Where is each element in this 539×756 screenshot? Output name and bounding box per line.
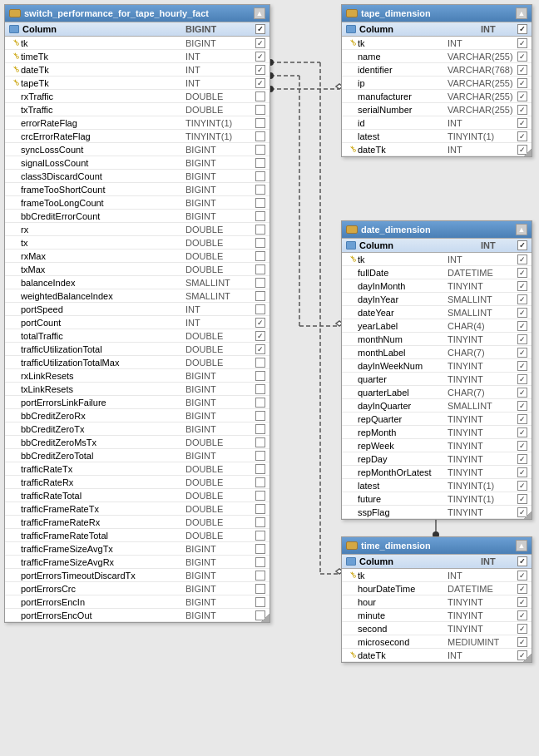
date-header-checkbox[interactable] [517, 240, 527, 250]
column-name: rxLinkResets [21, 371, 185, 381]
row-checkbox[interactable] [255, 171, 265, 181]
row-checkbox[interactable] [255, 304, 265, 314]
no-icon: ⚷ [9, 451, 21, 460]
row-checkbox[interactable] [517, 105, 527, 115]
row-checkbox[interactable] [255, 544, 265, 554]
row-checkbox[interactable] [517, 584, 527, 594]
row-checkbox[interactable] [255, 225, 265, 235]
row-checkbox[interactable] [255, 398, 265, 408]
resize-handle-4[interactable] [523, 511, 532, 519]
minimize-button[interactable]: ▲ [254, 7, 265, 19]
row-checkbox[interactable] [517, 294, 527, 304]
row-checkbox[interactable] [517, 388, 527, 398]
row-checkbox[interactable] [255, 118, 265, 128]
row-checkbox[interactable] [255, 491, 265, 501]
row-checkbox[interactable] [255, 78, 265, 88]
row-checkbox[interactable] [517, 254, 527, 264]
row-checkbox[interactable] [517, 624, 527, 634]
row-checkbox[interactable] [255, 238, 265, 248]
row-checkbox[interactable] [517, 597, 527, 607]
table-row: ⚷repMonthOrLatestTINYINT [342, 466, 532, 479]
row-checkbox[interactable] [255, 278, 265, 288]
row-checkbox[interactable] [255, 318, 265, 328]
row-checkbox[interactable] [517, 571, 527, 581]
row-checkbox[interactable] [255, 437, 265, 447]
row-checkbox[interactable] [255, 464, 265, 474]
resize-handle[interactable] [261, 614, 270, 622]
row-checkbox[interactable] [517, 441, 527, 451]
row-checkbox[interactable] [517, 401, 527, 411]
row-checkbox[interactable] [517, 334, 527, 344]
row-checkbox[interactable] [517, 348, 527, 358]
no-icon: ⚷ [9, 571, 21, 580]
minimize-button-4[interactable]: ▲ [516, 540, 527, 551]
row-checkbox[interactable] [517, 38, 527, 48]
row-checkbox[interactable] [517, 467, 527, 477]
table-row: ⚷syncLossCountBIGINT [5, 143, 270, 156]
row-checkbox[interactable] [255, 557, 265, 567]
row-checkbox[interactable] [255, 384, 265, 394]
row-checkbox[interactable] [255, 411, 265, 421]
column-name: hourDateTime [358, 584, 448, 594]
row-checkbox[interactable] [517, 321, 527, 331]
row-checkbox[interactable] [255, 517, 265, 527]
column-name: portErrorsEncIn [21, 597, 185, 607]
row-checkbox[interactable] [517, 494, 527, 504]
header-checkbox[interactable] [255, 24, 265, 34]
row-checkbox[interactable] [517, 281, 527, 291]
row-checkbox[interactable] [255, 477, 265, 487]
row-checkbox[interactable] [255, 371, 265, 381]
row-checkbox[interactable] [255, 65, 265, 75]
row-checkbox[interactable] [517, 637, 527, 647]
row-checkbox[interactable] [255, 185, 265, 195]
time-rows: ⚷tkINT⚷hourDateTimeDATETIME⚷hourTINYINT⚷… [342, 569, 532, 662]
row-checkbox[interactable] [255, 331, 265, 341]
row-checkbox[interactable] [255, 597, 265, 607]
row-checkbox[interactable] [517, 454, 527, 464]
row-checkbox[interactable] [255, 291, 265, 301]
row-checkbox[interactable] [517, 308, 527, 318]
row-checkbox[interactable] [517, 268, 527, 278]
tape-header-checkbox[interactable] [517, 24, 527, 34]
row-checkbox[interactable] [517, 481, 527, 491]
row-checkbox[interactable] [517, 118, 527, 128]
tape-type-label: INT [481, 24, 514, 34]
row-checkbox[interactable] [517, 414, 527, 424]
row-checkbox[interactable] [255, 358, 265, 368]
row-checkbox[interactable] [255, 571, 265, 581]
row-checkbox[interactable] [255, 52, 265, 62]
row-checkbox[interactable] [255, 211, 265, 221]
row-checkbox[interactable] [517, 361, 527, 371]
minimize-button-2[interactable]: ▲ [516, 7, 527, 19]
row-checkbox[interactable] [255, 38, 265, 48]
row-checkbox[interactable] [255, 504, 265, 514]
row-checkbox[interactable] [517, 52, 527, 62]
row-checkbox[interactable] [255, 531, 265, 541]
minimize-button-3[interactable]: ▲ [516, 224, 527, 235]
row-checkbox[interactable] [517, 65, 527, 75]
row-checkbox[interactable] [255, 91, 265, 101]
table-row: ⚷totalTrafficDOUBLE [5, 329, 270, 343]
primary-key-icon: ⚷ [9, 38, 21, 47]
row-checkbox[interactable] [255, 424, 265, 434]
row-checkbox[interactable] [517, 78, 527, 88]
row-checkbox[interactable] [255, 264, 265, 274]
row-checkbox[interactable] [517, 374, 527, 384]
row-checkbox[interactable] [255, 251, 265, 261]
row-checkbox[interactable] [517, 610, 527, 620]
row-checkbox[interactable] [255, 584, 265, 594]
column-type: TINYINT [448, 281, 514, 291]
row-checkbox[interactable] [255, 145, 265, 155]
row-checkbox[interactable] [517, 131, 527, 141]
row-checkbox[interactable] [255, 344, 265, 354]
resize-handle-3[interactable] [523, 148, 532, 156]
row-checkbox[interactable] [255, 198, 265, 208]
time-header-checkbox[interactable] [517, 556, 527, 566]
row-checkbox[interactable] [517, 91, 527, 101]
row-checkbox[interactable] [517, 427, 527, 437]
resize-handle-5[interactable] [523, 654, 532, 662]
row-checkbox[interactable] [255, 451, 265, 461]
row-checkbox[interactable] [255, 158, 265, 168]
row-checkbox[interactable] [255, 131, 265, 141]
row-checkbox[interactable] [255, 105, 265, 115]
